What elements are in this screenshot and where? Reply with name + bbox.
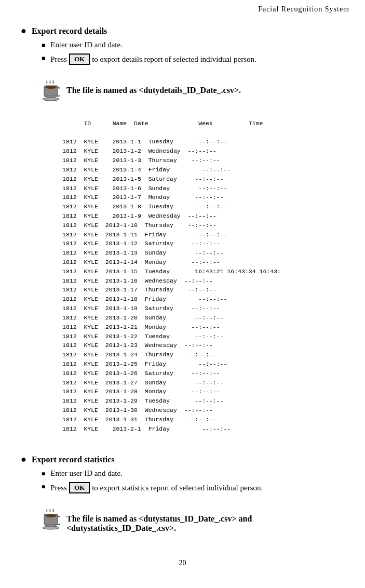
svg-point-2 bbox=[45, 86, 57, 89]
table-row: 1812 KYLE 2013-1-17 Thursday --:--:-- bbox=[62, 285, 344, 295]
table-row: 1812 KYLE 2013-1-21 Monday --:--:-- bbox=[62, 323, 344, 332]
table-row: 1812 KYLE 2013-1-19 Saturday --:--:-- bbox=[62, 304, 344, 313]
table-row: 1812 KYLE 2013-1-7 Monday --:--:-- bbox=[62, 193, 344, 202]
table-row: 1812 KYLE 2013-1-26 Saturday --:--:-- bbox=[62, 369, 344, 378]
sub-item-press-ok-stats: ■ Press OK to export statistics report o… bbox=[42, 482, 344, 493]
coffee-icon-details bbox=[42, 81, 60, 105]
press-text-after-details: to export details report of selected ind… bbox=[92, 55, 256, 64]
page-content: ● Export record details ■ Enter user ID … bbox=[0, 16, 365, 549]
table-row: 1812 KYLE 2013-1-1 Tuesday --:--:-- bbox=[62, 137, 344, 146]
svg-point-5 bbox=[45, 514, 57, 517]
press-text-before-stats: Press bbox=[50, 484, 67, 492]
table-row: 1812 KYLE 2013-1-27 Sunday --:--:-- bbox=[62, 378, 344, 387]
table-row: 1812 KYLE 2013-1-23 Wednesday --:--:-- bbox=[62, 341, 344, 350]
svg-point-4 bbox=[43, 526, 59, 529]
table-row: 1812 KYLE 2013-1-8 Tuesday --:--:-- bbox=[62, 202, 344, 211]
table-row: 1812 KYLE 2013-1-3 Thursday --:--:-- bbox=[62, 156, 344, 165]
bullet-circle-icon-2: ● bbox=[21, 454, 26, 465]
page-header: Facial Recognition System bbox=[0, 0, 365, 16]
press-line-stats: Press OK to export statistics report of … bbox=[50, 482, 263, 493]
table-row: 1812 KYLE 2013-1-14 Monday --:--:-- bbox=[62, 258, 344, 267]
table-row: 1812 KYLE 2013-1-12 Saturday --:--:-- bbox=[62, 239, 344, 248]
table-row: 1812 KYLE 2013-1-6 Sunday --:--:-- bbox=[62, 184, 344, 193]
table-row: 1812 KYLE 2013-1-9 Wednesday --:--:-- bbox=[62, 211, 344, 221]
sub-text-enter-id-details: Enter user ID and date. bbox=[50, 41, 123, 49]
table-row: 1812 KYLE 2013-1-13 Sunday --:--:-- bbox=[62, 248, 344, 258]
table-row: 1812 KYLE 2013-1-29 Tuesday --:--:-- bbox=[62, 396, 344, 406]
table-row: 1812 KYLE 2013-1-28 Monday --:--:-- bbox=[62, 387, 344, 396]
table-data-rows: 1812 KYLE 2013-1-1 Tuesday --:--:--1812 … bbox=[62, 137, 344, 433]
svg-point-1 bbox=[43, 98, 59, 101]
bullet-circle-icon: ● bbox=[21, 25, 26, 36]
sub-item-press-ok-details: ■ Press OK to export details report of s… bbox=[42, 54, 344, 65]
press-line-details: Press OK to export details report of sel… bbox=[50, 54, 256, 65]
table-row: 1812 KYLE 2013-2-1 Friday --:--:-- bbox=[62, 424, 344, 434]
table-row: 1812 KYLE 2013-1-25 Friday --:--:-- bbox=[62, 359, 344, 369]
sub-text-enter-id-stats: Enter user ID and date. bbox=[50, 469, 123, 478]
page-footer: 20 bbox=[0, 559, 365, 567]
note-block-details: The file is named as <dutydetails_ID_Dat… bbox=[42, 83, 344, 105]
note-block-statistics: The file is named as <dutystatus_ID_Date… bbox=[42, 511, 344, 534]
section-title-statistics: Export record statistics bbox=[32, 455, 115, 464]
sub-item-enter-id-stats: ■ Enter user ID and date. bbox=[42, 469, 344, 478]
sub-bullet-icon-4: ■ bbox=[42, 483, 45, 491]
coffee-svg-stats bbox=[42, 509, 60, 530]
note-text-statistics: The file is named as <dutystatus_ID_Date… bbox=[66, 514, 344, 533]
press-text-after-stats: to export statistics report of selected … bbox=[92, 484, 263, 492]
table-block-details: ID Name Date Week Time 1812 KYLE 2013-1-… bbox=[62, 110, 344, 433]
table-row: 1812 KYLE 2013-1-10 Thursday --:--:-- bbox=[62, 221, 344, 230]
section-export-statistics: ● Export record statistics bbox=[21, 455, 344, 465]
table-row: 1812 KYLE 2013-1-22 Tuesday --:--:-- bbox=[62, 332, 344, 341]
page-title: Facial Recognition System bbox=[258, 5, 349, 13]
table-row: 1812 KYLE 2013-1-16 Wednesday --:--:-- bbox=[62, 276, 344, 286]
table-row: 1812 KYLE 2013-1-24 Thursday --:--:-- bbox=[62, 350, 344, 359]
sub-bullet-icon-2: ■ bbox=[42, 55, 45, 62]
table-row: 1812 KYLE 2013-1-20 Sunday --:--:-- bbox=[62, 313, 344, 323]
table-header: ID Name Date Week Time bbox=[62, 110, 344, 137]
table-row: 1812 KYLE 2013-1-18 Friday --:--:-- bbox=[62, 295, 344, 304]
table-row: 1812 KYLE 2013-1-2 Wednesday --:--:-- bbox=[62, 146, 344, 156]
page-number: 20 bbox=[179, 559, 186, 567]
coffee-svg-details bbox=[42, 81, 60, 101]
note-text-details: The file is named as <dutydetails_ID_Dat… bbox=[66, 86, 241, 95]
section-export-details: ● Export record details bbox=[21, 26, 344, 36]
table-row: 1812 KYLE 2013-1-11 Friday --:--:-- bbox=[62, 230, 344, 239]
table-row: 1812 KYLE 2013-1-5 Saturday --:--:-- bbox=[62, 175, 344, 184]
ok-button-stats[interactable]: OK bbox=[69, 482, 90, 493]
table-row: 1812 KYLE 2013-1-15 Tuesday 16:43:21 16:… bbox=[62, 267, 344, 276]
table-row: 1812 KYLE 2013-1-31 Thursday --:--:-- bbox=[62, 415, 344, 424]
table-row: 1812 KYLE 2013-1-4 Friday --:--:-- bbox=[62, 165, 344, 175]
press-text-before-details: Press bbox=[50, 55, 67, 64]
table-row: 1812 KYLE 2013-1-30 Wednesday --:--:-- bbox=[62, 406, 344, 415]
sub-bullet-icon-1: ■ bbox=[42, 42, 45, 49]
ok-button-details[interactable]: OK bbox=[69, 54, 90, 65]
section-title-details: Export record details bbox=[32, 26, 107, 36]
sub-bullet-icon-3: ■ bbox=[42, 470, 45, 478]
coffee-icon-statistics bbox=[42, 509, 60, 534]
sub-item-enter-id-details: ■ Enter user ID and date. bbox=[42, 41, 344, 49]
